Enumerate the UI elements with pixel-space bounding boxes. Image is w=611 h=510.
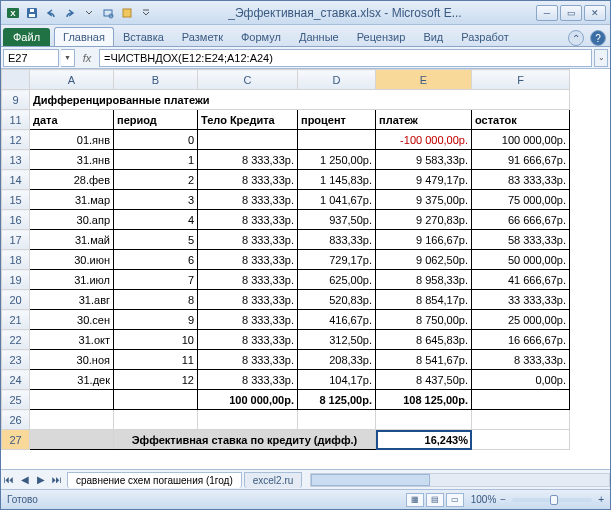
qat-dropdown-icon[interactable] xyxy=(138,5,154,21)
tab-review[interactable]: Рецензир xyxy=(348,27,415,46)
sheet-tab-active[interactable]: сравнение схем погашения (1год) xyxy=(67,472,242,488)
eff-rate-value[interactable]: 16,243% xyxy=(376,430,472,450)
tab-view[interactable]: Вид xyxy=(414,27,452,46)
cell-date[interactable]: 30.ноя xyxy=(30,350,114,370)
cell-percent[interactable]: 208,33р. xyxy=(298,350,376,370)
col-hdr-f[interactable]: F xyxy=(472,70,570,90)
row-hdr[interactable]: 22 xyxy=(2,330,30,350)
cell-balance[interactable]: 91 666,67р. xyxy=(472,150,570,170)
cell-percent[interactable]: 312,50р. xyxy=(298,330,376,350)
cell-percent[interactable]: 416,67р. xyxy=(298,310,376,330)
cell-period[interactable]: 2 xyxy=(114,170,198,190)
sheet-nav-first-icon[interactable]: ⏮ xyxy=(1,472,17,488)
cell-payment[interactable]: 9 479,17р. xyxy=(376,170,472,190)
sheet-nav-next-icon[interactable]: ▶ xyxy=(33,472,49,488)
tab-home[interactable]: Главная xyxy=(54,27,114,46)
cell[interactable] xyxy=(30,410,114,430)
print-preview-icon[interactable] xyxy=(100,5,116,21)
cell-payment[interactable]: 9 583,33р. xyxy=(376,150,472,170)
zoom-in-button[interactable]: + xyxy=(598,494,604,505)
zoom-slider[interactable] xyxy=(512,498,592,502)
tab-formulas[interactable]: Формул xyxy=(232,27,290,46)
row-hdr[interactable]: 20 xyxy=(2,290,30,310)
hdr-payment[interactable]: платеж xyxy=(376,110,472,130)
cell-percent[interactable]: 1 145,83р. xyxy=(298,170,376,190)
cell-body[interactable]: 8 333,33р. xyxy=(198,250,298,270)
cell-percent[interactable]: 1 041,67р. xyxy=(298,190,376,210)
cell-period[interactable]: 9 xyxy=(114,310,198,330)
save-icon[interactable] xyxy=(24,5,40,21)
row-hdr[interactable]: 25 xyxy=(2,390,30,410)
row-hdr[interactable]: 21 xyxy=(2,310,30,330)
cell[interactable] xyxy=(198,410,298,430)
cell-date[interactable]: 30.июн xyxy=(30,250,114,270)
cell-balance[interactable]: 0,00р. xyxy=(472,370,570,390)
cell-period[interactable]: 10 xyxy=(114,330,198,350)
cell-payment[interactable]: -100 000,00р. xyxy=(376,130,472,150)
cell-payment[interactable]: 9 375,00р. xyxy=(376,190,472,210)
cell-period[interactable]: 11 xyxy=(114,350,198,370)
cell-body[interactable]: 8 333,33р. xyxy=(198,190,298,210)
row-hdr[interactable]: 15 xyxy=(2,190,30,210)
row-hdr[interactable]: 19 xyxy=(2,270,30,290)
cell-date[interactable]: 30.апр xyxy=(30,210,114,230)
zoom-out-button[interactable]: − xyxy=(500,494,506,505)
file-tab[interactable]: Файл xyxy=(3,28,50,46)
eff-rate-label[interactable]: Эффективная ставка по кредиту (дифф.) xyxy=(114,430,376,450)
cell[interactable] xyxy=(114,390,198,410)
cell-body[interactable]: 8 333,33р. xyxy=(198,350,298,370)
sheet-tab[interactable]: excel2.ru xyxy=(244,472,303,488)
cell-date[interactable]: 31.май xyxy=(30,230,114,250)
cell-balance[interactable]: 25 000,00р. xyxy=(472,310,570,330)
tab-insert[interactable]: Вставка xyxy=(114,27,173,46)
spreadsheet-grid[interactable]: A B C D E F 9 Дифференцированные платежи… xyxy=(1,69,570,450)
cell-balance[interactable]: 58 333,33р. xyxy=(472,230,570,250)
qat-custom-icon[interactable] xyxy=(119,5,135,21)
hdr-body[interactable]: Тело Кредита xyxy=(198,110,298,130)
formula-expand-icon[interactable]: ⌄ xyxy=(594,49,608,67)
row-hdr[interactable]: 14 xyxy=(2,170,30,190)
cell-percent[interactable]: 625,00р. xyxy=(298,270,376,290)
cell-payment[interactable]: 9 166,67р. xyxy=(376,230,472,250)
row-hdr[interactable]: 17 xyxy=(2,230,30,250)
hdr-percent[interactable]: процент xyxy=(298,110,376,130)
sheet-nav-last-icon[interactable]: ⏭ xyxy=(49,472,65,488)
maximize-button[interactable]: ▭ xyxy=(560,5,582,21)
cell[interactable] xyxy=(30,430,114,450)
cell-date[interactable]: 31.июл xyxy=(30,270,114,290)
cell-payment[interactable]: 8 645,83р. xyxy=(376,330,472,350)
cell-period[interactable]: 7 xyxy=(114,270,198,290)
cell-payment[interactable]: 8 750,00р. xyxy=(376,310,472,330)
zoom-level[interactable]: 100% xyxy=(471,494,497,505)
name-box-dropdown-icon[interactable]: ▼ xyxy=(61,49,75,67)
cell-payment[interactable]: 8 437,50р. xyxy=(376,370,472,390)
cell-body[interactable]: 8 333,33р. xyxy=(198,370,298,390)
cell-balance[interactable]: 41 666,67р. xyxy=(472,270,570,290)
col-hdr-b[interactable]: B xyxy=(114,70,198,90)
cell[interactable] xyxy=(30,390,114,410)
cell[interactable] xyxy=(472,430,570,450)
cell-period[interactable]: 1 xyxy=(114,150,198,170)
cell-body[interactable]: 8 333,33р. xyxy=(198,290,298,310)
undo-icon[interactable] xyxy=(43,5,59,21)
col-hdr-c[interactable]: C xyxy=(198,70,298,90)
cell-date[interactable]: 01.янв xyxy=(30,130,114,150)
cell-payment[interactable]: 8 854,17р. xyxy=(376,290,472,310)
cell[interactable] xyxy=(298,410,376,430)
cell-percent[interactable]: 104,17р. xyxy=(298,370,376,390)
cell-payment[interactable]: 8 541,67р. xyxy=(376,350,472,370)
col-hdr-d[interactable]: D xyxy=(298,70,376,90)
select-all-corner[interactable] xyxy=(2,70,30,90)
cell-body[interactable]: 8 333,33р. xyxy=(198,210,298,230)
excel-icon[interactable]: X xyxy=(5,5,21,21)
cell-percent[interactable] xyxy=(298,130,376,150)
cell-date[interactable]: 28.фев xyxy=(30,170,114,190)
view-layout-icon[interactable]: ▤ xyxy=(426,493,444,507)
cell-percent[interactable]: 1 250,00р. xyxy=(298,150,376,170)
cell-percent[interactable]: 520,83р. xyxy=(298,290,376,310)
cell[interactable] xyxy=(472,410,570,430)
cell-percent[interactable]: 833,33р. xyxy=(298,230,376,250)
cell-date[interactable]: 30.сен xyxy=(30,310,114,330)
horizontal-scrollbar[interactable] xyxy=(310,473,610,487)
cell-body[interactable]: 8 333,33р. xyxy=(198,170,298,190)
